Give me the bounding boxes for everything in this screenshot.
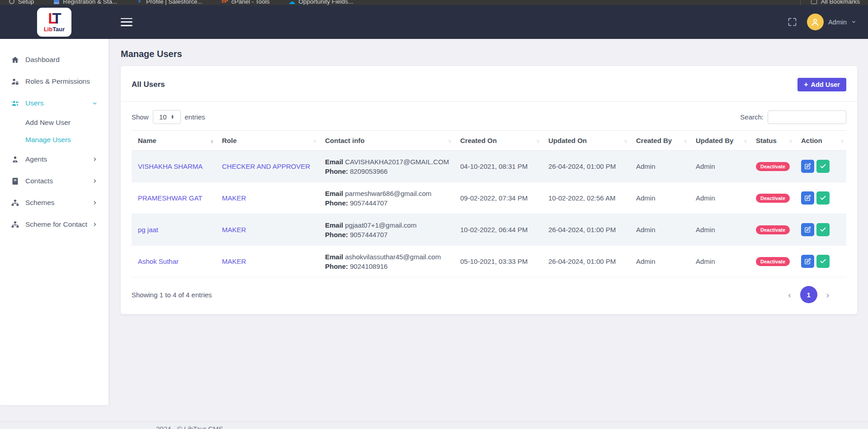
user-role-link[interactable]: MAKER <box>222 226 246 234</box>
sort-icon: ↑↓ <box>313 138 315 143</box>
table-row: PRAMESHWAR GAT MAKER Email parmeshwar686… <box>132 182 846 214</box>
user-name-link[interactable]: VISHAKHA SHARMA <box>138 162 203 170</box>
sidebar-item-label: Scheme for Contact <box>25 220 87 229</box>
edit-button[interactable] <box>801 255 814 268</box>
plus-icon: + <box>804 81 808 88</box>
column-header-updated-on[interactable]: Updated On↑↓ <box>542 131 630 151</box>
sidebar-item-label: Roles & Permissions <box>25 77 90 86</box>
bookmark-label: cPanel - Tools <box>231 0 270 5</box>
sidebar-item-contacts[interactable]: Contacts <box>0 170 108 192</box>
created-by-cell: Admin <box>630 214 689 246</box>
approve-button[interactable] <box>816 191 830 205</box>
sidebar-item-dashboard[interactable]: Dashboard <box>0 49 108 71</box>
column-header-role[interactable]: Role↑↓ <box>216 131 319 151</box>
bookmark-salesforce-profile[interactable]: ⚡ Profile | Salesforce... <box>136 0 202 5</box>
main-content: Manage Users All Users + Add User Show 1… <box>108 39 868 429</box>
user-name-link[interactable]: pg jaat <box>138 226 158 234</box>
user-role-link[interactable]: MAKER <box>222 194 246 202</box>
created-on-cell: 04-10-2021, 08:31 PM <box>454 151 542 182</box>
show-label: Show <box>132 113 149 121</box>
user-menu[interactable]: Admin <box>807 14 856 30</box>
phone-value: 9057444707 <box>350 231 387 238</box>
column-header-contact[interactable]: Contact info↑↓ <box>319 131 454 151</box>
chevron-down-icon <box>92 100 98 106</box>
approve-button[interactable] <box>816 255 830 268</box>
edit-button[interactable] <box>801 223 814 236</box>
updated-by-cell: Admin <box>689 151 750 182</box>
grid-icon <box>53 0 60 5</box>
sort-icon: ↑↓ <box>840 138 843 143</box>
sidebar-item-label: Agents <box>25 155 47 163</box>
bookmark-registration[interactable]: Registration & Sta... <box>53 0 117 5</box>
table-header-row: Name↑↓ Role↑↓ Contact info↑↓ Created On↑… <box>132 131 846 151</box>
logo-letter-t: T <box>52 10 61 27</box>
hamburger-menu-icon[interactable] <box>121 18 132 27</box>
updated-on-cell: 26-04-2024, 01:00 PM <box>542 151 630 182</box>
created-by-cell: Admin <box>630 246 689 277</box>
updated-on-cell: 26-04-2024, 01:00 PM <box>542 214 630 246</box>
user-role-link[interactable]: CHECKER AND APPROVER <box>222 162 310 170</box>
approve-button[interactable] <box>816 223 830 236</box>
status-badge[interactable]: Deactivate <box>756 194 790 203</box>
all-users-card: All Users + Add User Show 10 ▲▼ entri <box>121 66 857 314</box>
footer: 2024 - © LibTaur CMS <box>0 421 868 429</box>
sidebar-item-label: Contacts <box>25 177 53 185</box>
chevron-right-icon <box>92 222 98 227</box>
edit-button[interactable] <box>801 160 814 173</box>
page-size-value: 10 <box>159 113 167 121</box>
user-lock-icon <box>11 77 19 86</box>
email-label: Email <box>325 221 343 229</box>
bookmark-cpanel[interactable]: cP cPanel - Tools <box>222 0 270 5</box>
sidebar-subitem-manage-users[interactable]: Manage Users <box>0 131 108 148</box>
all-bookmarks-button[interactable]: All Bookmarks <box>821 0 860 5</box>
phone-value: 8209053966 <box>350 167 387 175</box>
logo-word-taur: Taur <box>52 26 65 33</box>
pagination-prev-button[interactable]: ‹ <box>788 291 791 299</box>
pagination-page-1-button[interactable]: 1 <box>800 286 817 303</box>
sidebar-item-users[interactable]: Users <box>0 92 108 114</box>
search-input[interactable] <box>768 110 846 124</box>
edit-button[interactable] <box>801 191 814 205</box>
user-name-link[interactable]: PRAMESHWAR GAT <box>138 194 203 202</box>
phone-value: 9024108916 <box>350 262 387 270</box>
sidebar-subitem-add-new-user[interactable]: Add New User <box>0 114 108 131</box>
user-name-link[interactable]: Ashok Suthar <box>138 257 179 265</box>
sidebar-item-roles-permissions[interactable]: Roles & Permissions <box>0 71 108 92</box>
column-header-name[interactable]: Name↑↓ <box>132 131 216 151</box>
entries-label: entries <box>185 113 205 121</box>
user-role-link[interactable]: MAKER <box>222 257 246 265</box>
select-arrows-icon: ▲▼ <box>171 115 174 119</box>
status-badge[interactable]: Deactivate <box>756 225 790 234</box>
folder-icon <box>811 0 817 4</box>
add-user-button[interactable]: + Add User <box>797 78 846 91</box>
logo-word-lib: Lib <box>44 26 53 33</box>
sidebar-item-schemes[interactable]: Schemes <box>0 192 108 214</box>
bookmark-setup[interactable]: Setup <box>8 0 34 5</box>
screen: Setup Registration & Sta... ⚡ Profile | … <box>0 0 868 429</box>
sidebar-item-label: Users <box>25 99 43 107</box>
email-label: Email <box>325 158 343 166</box>
status-badge[interactable]: Deactivate <box>756 257 790 266</box>
updated-on-cell: 10-02-2022, 02:56 AM <box>542 182 630 214</box>
sidebar-subitem-label: Manage Users <box>25 136 71 144</box>
created-on-cell: 09-02-2022, 07:34 PM <box>454 182 542 214</box>
column-header-action[interactable]: Action↑↓ <box>795 131 846 151</box>
pagination-next-button[interactable]: › <box>826 291 829 299</box>
column-header-updated-by[interactable]: Updated By↑↓ <box>689 131 750 151</box>
page-size-select[interactable]: 10 ▲▼ <box>153 110 181 124</box>
sort-icon: ↑↓ <box>789 138 791 143</box>
sort-icon: ↑↓ <box>684 138 686 143</box>
updated-by-cell: Admin <box>689 246 750 277</box>
sidebar-item-agents[interactable]: Agents <box>0 148 108 170</box>
bookmark-opportunity-fields[interactable]: ☁ Opportunity Fields... <box>288 0 353 5</box>
column-header-created-on[interactable]: Created On↑↓ <box>454 131 542 151</box>
fullscreen-icon[interactable] <box>788 17 797 27</box>
bookmark-label: Registration & Sta... <box>63 0 117 5</box>
column-header-status[interactable]: Status↑↓ <box>750 131 795 151</box>
status-badge[interactable]: Deactivate <box>756 162 790 171</box>
phone-label: Phone: <box>325 199 348 207</box>
approve-button[interactable] <box>816 160 830 173</box>
sidebar-item-scheme-for-contact[interactable]: Scheme for Contact <box>0 214 108 235</box>
column-header-created-by[interactable]: Created By↑↓ <box>630 131 689 151</box>
sitemap-icon <box>11 220 19 229</box>
